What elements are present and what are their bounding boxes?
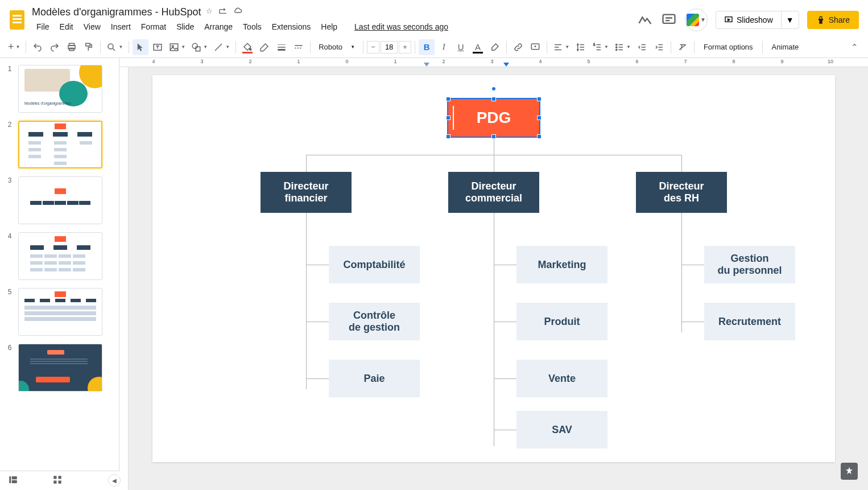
slide-thumb-6[interactable]: 6 (6, 344, 113, 392)
comment-button[interactable] (527, 39, 543, 55)
shape-tool[interactable]: ▼ (189, 39, 210, 55)
new-slide-button[interactable]: +▼ (6, 39, 22, 55)
svg-rect-5 (86, 43, 90, 46)
org-box-sub[interactable]: Comptabilité (329, 246, 420, 283)
star-icon[interactable]: ☆ (206, 7, 213, 18)
comments-icon[interactable] (661, 12, 677, 28)
font-select[interactable]: Roboto▼ (314, 40, 359, 55)
org-box-sub[interactable]: Paie (329, 360, 420, 397)
slide-thumb-4[interactable]: 4 (6, 232, 113, 280)
ruler-horizontal: 4321012345678910 (119, 58, 868, 67)
org-box-director-comm[interactable]: Directeur commercial (448, 172, 539, 213)
underline-button[interactable]: U (453, 39, 469, 55)
document-title[interactable]: Modèles d'organigrammes - HubSpot (32, 6, 201, 18)
format-options-button[interactable]: Format options (698, 43, 759, 51)
meet-button[interactable]: ▼ (685, 9, 708, 31)
svg-rect-23 (53, 481, 56, 484)
link-button[interactable] (510, 39, 526, 55)
slide-thumb-2[interactable]: 2 (6, 121, 113, 168)
collapse-toolbar-button[interactable]: ⌃ (846, 39, 862, 55)
menu-slide[interactable]: Slide (172, 20, 199, 34)
org-box-sub[interactable]: Marketing (516, 246, 607, 283)
slide-canvas[interactable]: PDG Directeur financier Directeur com (152, 75, 835, 462)
slide-thumb-5[interactable]: 5 (6, 288, 113, 336)
undo-button[interactable] (30, 39, 46, 55)
svg-rect-21 (53, 476, 56, 479)
border-weight-button[interactable] (274, 39, 290, 55)
collapse-filmstrip-button[interactable]: ◀ (108, 474, 121, 487)
org-box-director-fin[interactable]: Directeur financier (261, 172, 352, 213)
paint-format-button[interactable] (81, 39, 97, 55)
svg-rect-20 (12, 480, 17, 483)
select-tool[interactable] (133, 39, 148, 55)
font-size-input[interactable] (381, 41, 398, 53)
slides-app-icon[interactable] (6, 9, 28, 31)
slide-thumb-3[interactable]: 3 (6, 176, 113, 224)
filmstrip-view-icon[interactable] (8, 475, 18, 487)
slideshow-dropdown[interactable]: ▼ (782, 11, 799, 29)
bold-button[interactable]: B (419, 39, 435, 55)
svg-point-10 (193, 43, 198, 48)
menu-tools[interactable]: Tools (238, 20, 266, 34)
bullet-list-button[interactable]: ▼ (612, 39, 633, 55)
slide-thumb-1[interactable]: 1 Modèles d'organigrammes (6, 65, 113, 113)
move-icon[interactable] (218, 7, 228, 18)
indent-decrease-button[interactable] (634, 39, 650, 55)
print-button[interactable] (64, 39, 80, 55)
menu-insert[interactable]: Insert (106, 20, 135, 34)
filmstrip-bottom-bar (0, 471, 119, 490)
menu-extensions[interactable]: Extensions (267, 20, 315, 34)
org-box-root[interactable]: PDG (448, 99, 539, 137)
align-button[interactable]: ▼ (551, 39, 572, 55)
indent-increase-button[interactable] (651, 39, 667, 55)
org-box-sub[interactable]: SAV (516, 411, 607, 448)
line-tool[interactable]: ▼ (211, 39, 232, 55)
slideshow-button[interactable]: Slideshow (716, 11, 782, 29)
font-size-increase[interactable]: + (399, 41, 411, 53)
svg-point-6 (108, 44, 113, 49)
font-size-decrease[interactable]: − (367, 41, 379, 53)
canvas-area[interactable]: 4321012345678910 (119, 58, 868, 490)
svg-point-17 (616, 49, 617, 50)
org-box-sub[interactable]: Gestion du personnel (704, 246, 795, 283)
titlebar: Modèles d'organigrammes - HubSpot ☆ File… (0, 0, 868, 36)
menu-edit[interactable]: Edit (55, 20, 78, 34)
text-color-button[interactable]: A (470, 39, 486, 55)
svg-point-16 (616, 46, 617, 47)
line-spacing-button[interactable] (573, 39, 589, 55)
textbox-tool[interactable] (150, 39, 166, 55)
image-tool[interactable]: ▼ (167, 39, 188, 55)
share-label: Share (829, 15, 850, 24)
menu-view[interactable]: View (79, 20, 105, 34)
org-box-sub[interactable]: Produit (516, 303, 607, 340)
menu-arrange[interactable]: Arrange (200, 20, 237, 34)
redo-button[interactable] (47, 39, 63, 55)
zoom-button[interactable]: ▼ (104, 39, 125, 55)
org-box-director-rh[interactable]: Directeur des RH (636, 172, 727, 213)
explore-button[interactable] (841, 463, 858, 480)
animate-button[interactable]: Animate (766, 43, 805, 51)
edit-status[interactable]: Last edit was seconds ago (350, 20, 453, 34)
activity-icon[interactable] (637, 12, 653, 28)
italic-button[interactable]: I (436, 39, 452, 55)
clear-format-button[interactable] (675, 39, 691, 55)
org-box-sub[interactable]: Contrôle de gestion (329, 303, 420, 340)
border-color-button[interactable] (257, 39, 272, 55)
menu-help[interactable]: Help (316, 20, 342, 34)
fill-color-button[interactable] (239, 39, 255, 55)
grid-view-icon[interactable] (52, 475, 63, 487)
menu-file[interactable]: File (32, 20, 54, 34)
org-box-sub[interactable]: Vente (516, 360, 607, 397)
svg-point-15 (616, 44, 617, 45)
org-box-sub[interactable]: Recrutement (704, 303, 795, 340)
highlight-button[interactable] (487, 39, 503, 55)
menubar: File Edit View Insert Format Slide Arran… (32, 18, 637, 34)
share-button[interactable]: Share (807, 11, 859, 29)
svg-rect-18 (9, 476, 11, 483)
slideshow-label: Slideshow (737, 15, 773, 24)
menu-format[interactable]: Format (137, 20, 171, 34)
border-dash-button[interactable] (291, 39, 307, 55)
svg-rect-0 (663, 14, 675, 23)
numbered-list-button[interactable]: 1▼ (590, 39, 611, 55)
cloud-saved-icon[interactable] (233, 7, 242, 18)
